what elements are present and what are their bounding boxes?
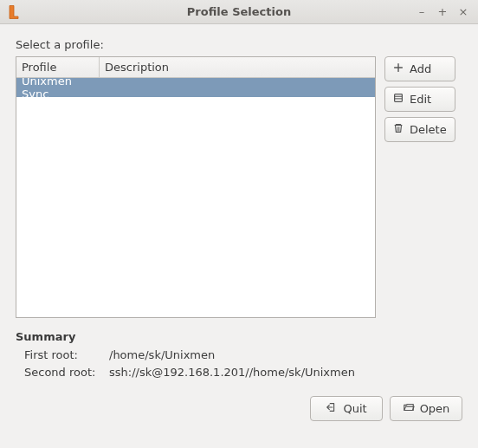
first-root-value: /home/sk/Unixmen <box>109 347 215 364</box>
second-root-value: ssh://sk@192.168.1.201//home/sk/Unixmen <box>109 364 355 381</box>
minimize-button[interactable]: – <box>416 5 428 18</box>
first-root-label: First root: <box>24 347 109 364</box>
close-button[interactable]: × <box>457 5 469 18</box>
maximize-button[interactable]: + <box>436 5 449 18</box>
select-profile-label: Select a profile: <box>16 38 462 51</box>
profile-table[interactable]: Profile Description Unixmen Sync <box>16 56 376 318</box>
open-icon <box>403 401 415 416</box>
content-area: Select a profile: Profile Description Un… <box>0 24 478 432</box>
table-header: Profile Description <box>16 57 375 78</box>
open-button[interactable]: Open <box>390 396 462 421</box>
plus-icon <box>392 62 404 76</box>
cell-description <box>100 86 375 89</box>
add-label: Add <box>410 62 431 75</box>
window-title: Profile Selection <box>0 5 478 18</box>
summary-second-root: Second root: ssh://sk@192.168.1.201//hom… <box>24 364 462 381</box>
summary-first-root: First root: /home/sk/Unixmen <box>24 347 462 364</box>
delete-label: Delete <box>410 123 447 136</box>
trash-icon <box>392 122 404 137</box>
side-buttons: Add Edit Delete <box>384 56 455 142</box>
edit-icon <box>392 92 404 107</box>
summary-section: Summary First root: /home/sk/Unixmen Sec… <box>16 330 462 380</box>
svg-rect-0 <box>395 94 403 102</box>
col-header-description[interactable]: Description <box>100 57 375 77</box>
quit-button[interactable]: Quit <box>310 396 383 421</box>
quit-label: Quit <box>343 402 366 415</box>
app-icon <box>5 3 23 21</box>
cell-profile: Unixmen Sync <box>16 78 100 102</box>
main-row: Profile Description Unixmen Sync Add Edi… <box>16 56 462 318</box>
delete-button[interactable]: Delete <box>384 117 455 142</box>
window-controls: – + × <box>416 5 478 18</box>
summary-title: Summary <box>16 330 462 343</box>
table-row[interactable]: Unixmen Sync <box>16 78 375 97</box>
quit-icon <box>326 401 338 416</box>
edit-label: Edit <box>410 93 431 106</box>
open-label: Open <box>420 402 450 415</box>
edit-button[interactable]: Edit <box>384 87 455 112</box>
bottom-buttons: Quit Open <box>16 396 462 421</box>
second-root-label: Second root: <box>24 364 109 381</box>
table-body: Unixmen Sync <box>16 78 375 317</box>
add-button[interactable]: Add <box>384 56 455 81</box>
titlebar: Profile Selection – + × <box>0 0 478 24</box>
col-header-profile[interactable]: Profile <box>16 57 100 77</box>
